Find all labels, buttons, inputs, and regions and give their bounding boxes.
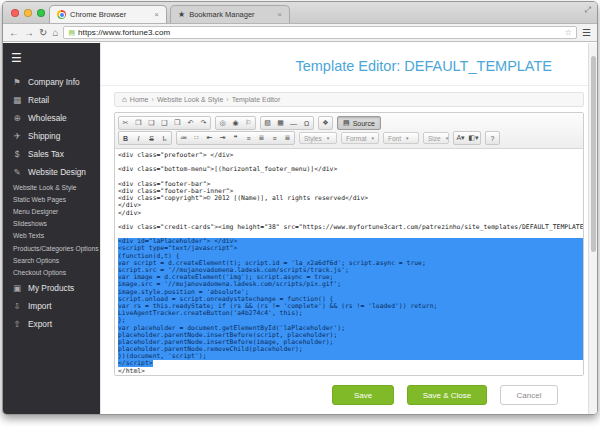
styles-dropdown[interactable]: Styles bbox=[299, 132, 337, 144]
page-scrollbar[interactable] bbox=[588, 43, 597, 414]
cut-icon[interactable]: ✂ bbox=[119, 117, 132, 129]
my-products[interactable]: ▣ My Products bbox=[3, 279, 100, 297]
export[interactable]: ⇧ Export bbox=[3, 315, 100, 333]
sidebar-sub-item[interactable]: Search Options bbox=[3, 254, 100, 266]
bold-icon[interactable]: B bbox=[119, 132, 132, 144]
minimize-window-button[interactable] bbox=[24, 9, 32, 17]
remove-format-icon[interactable]: Iₓ bbox=[158, 132, 171, 144]
breadcrumb-home-icon[interactable]: ⌂ bbox=[122, 95, 127, 104]
browser-menu-icon[interactable]: ☰ bbox=[582, 27, 591, 38]
dropdown-label: Format bbox=[346, 135, 367, 142]
products-icon: ▣ bbox=[12, 283, 22, 293]
image-icon[interactable]: ▧ bbox=[261, 117, 274, 129]
table-icon[interactable]: ▦ bbox=[274, 117, 287, 129]
spellcheck-flag-icon[interactable]: ⚐ bbox=[242, 117, 255, 129]
content-panel: Template Editor: DEFAULT_TEMPLATE ⌂ Home… bbox=[100, 43, 597, 414]
address-bar[interactable]: ▤ https://www.fortune3.com ☆ bbox=[63, 26, 577, 39]
reload-icon[interactable]: ↻ bbox=[39, 28, 47, 38]
sidebar-sub-item[interactable]: Slideshows bbox=[3, 218, 100, 230]
wholesale[interactable]: ⊕ Wholesale bbox=[3, 109, 100, 127]
source-button[interactable]: ▤ Source bbox=[337, 116, 381, 130]
replace-icon[interactable]: ◉ bbox=[229, 117, 242, 129]
numbered-list-icon[interactable]: ≔ bbox=[177, 132, 190, 144]
company-info[interactable]: ⚑ Company Info bbox=[3, 73, 100, 91]
chrome-icon bbox=[57, 10, 66, 19]
save-close-button[interactable]: Save & Close bbox=[407, 385, 487, 405]
format-dropdown[interactable]: Format bbox=[341, 132, 379, 144]
italic-icon[interactable]: I bbox=[132, 132, 145, 144]
size-dropdown[interactable]: Size bbox=[423, 132, 449, 144]
code-line-selected: </script> bbox=[118, 360, 583, 367]
strikethrough-icon[interactable]: S bbox=[145, 132, 158, 144]
editor-toolbar: ✂❐❏❑❒↶↷ ◎◉⚐ ▧▦—Ω ❖ ▤ Source bbox=[115, 113, 583, 149]
back-icon[interactable]: ← bbox=[9, 28, 19, 38]
selected-code-block: <div id="laPlaceholder"> </div><script t… bbox=[118, 238, 583, 360]
breadcrumb-item[interactable]: Template Editor bbox=[232, 96, 281, 103]
shipping[interactable]: ✈ Shipping bbox=[3, 127, 100, 145]
code-line-selected: }; bbox=[118, 317, 583, 324]
undo-icon[interactable]: ↶ bbox=[184, 117, 197, 129]
sidebar-toggle[interactable]: ☰ bbox=[3, 43, 100, 73]
paste-icon[interactable]: ❏ bbox=[145, 117, 158, 129]
code-line: </div> bbox=[118, 202, 583, 209]
sidebar-item-label: Sales Tax bbox=[28, 149, 64, 159]
scrollbar-thumb[interactable] bbox=[591, 56, 596, 252]
align-left-icon[interactable]: ≡ bbox=[242, 132, 255, 144]
source-code-editor[interactable]: <div class="prefooter"> </div><div class… bbox=[115, 149, 583, 375]
tab-bookmark-manager[interactable]: ★ Bookmark Manager × bbox=[170, 5, 290, 23]
sidebar-sub-item[interactable]: Web Texts bbox=[3, 230, 100, 242]
special-char-icon[interactable]: Ω bbox=[300, 117, 313, 129]
expand-icon[interactable]: ⤢ bbox=[585, 5, 591, 15]
code-line: <div class="footer-bar"> bbox=[118, 181, 583, 188]
paste-text-icon[interactable]: ❑ bbox=[158, 117, 171, 129]
forward-icon[interactable]: → bbox=[24, 28, 34, 38]
sidebar-sub-item[interactable]: Checkout Options bbox=[3, 266, 100, 278]
breadcrumb-item[interactable]: Home bbox=[130, 96, 154, 103]
tab-close-icon[interactable]: × bbox=[154, 10, 159, 19]
tab-close-icon[interactable]: × bbox=[277, 10, 282, 19]
tab-chrome-browser[interactable]: Chrome Browser × bbox=[49, 5, 167, 23]
paste-word-icon[interactable]: ❒ bbox=[171, 117, 184, 129]
indent-icon[interactable]: ⇥ bbox=[216, 132, 229, 144]
code-line-selected: script.onload = script.onreadystatechang… bbox=[118, 296, 583, 303]
copy-icon[interactable]: ❐ bbox=[132, 117, 145, 129]
cancel-button[interactable]: Cancel bbox=[500, 385, 558, 405]
code-line-selected: <div id="laPlaceholder"> </div> bbox=[118, 238, 583, 245]
about-button[interactable]: ? bbox=[486, 132, 499, 144]
code-line: <div class="copyright">© 2012 [(Name)], … bbox=[118, 195, 583, 202]
sidebar-sub-item[interactable]: Products/Categories Options bbox=[3, 242, 100, 254]
redo-icon[interactable]: ↷ bbox=[197, 117, 210, 129]
sidebar-sub-item[interactable]: Static Web Pages bbox=[3, 193, 100, 205]
hamburger-icon: ☰ bbox=[11, 51, 22, 65]
code-line-selected: var image = d.createElement('img'); scri… bbox=[118, 274, 583, 281]
sidebar-sub-item[interactable]: Menu Designer bbox=[3, 205, 100, 217]
code-line bbox=[118, 159, 583, 166]
bg-color-button[interactable]: ◧▾ bbox=[467, 132, 480, 144]
horizontal-rule-icon[interactable]: — bbox=[287, 117, 300, 129]
zoom-window-button[interactable] bbox=[37, 9, 45, 17]
font-dropdown[interactable]: Font bbox=[383, 132, 419, 144]
website-design[interactable]: ✎ Website Design bbox=[3, 163, 100, 181]
outdent-icon[interactable]: ⇤ bbox=[203, 132, 216, 144]
align-center-icon[interactable]: ≣ bbox=[255, 132, 268, 144]
url-text[interactable]: https://www.fortune3.com bbox=[78, 28, 170, 37]
justify-icon[interactable]: ≣ bbox=[281, 132, 294, 144]
home-icon[interactable]: ⌂ bbox=[52, 28, 58, 38]
save-button[interactable]: Save bbox=[332, 385, 394, 405]
align-right-icon[interactable]: ≡ bbox=[268, 132, 281, 144]
blockquote-icon[interactable]: ❝ bbox=[229, 132, 242, 144]
close-window-button[interactable] bbox=[11, 9, 19, 17]
find-icon[interactable]: ◎ bbox=[216, 117, 229, 129]
bulleted-list-icon[interactable]: ∷ bbox=[190, 132, 203, 144]
browser-navbar: ← → ↻ ⌂ ▤ https://www.fortune3.com ☆ ☰ bbox=[3, 24, 597, 42]
import[interactable]: ⇩ Import bbox=[3, 297, 100, 315]
text-color-button[interactable]: A▾ bbox=[454, 132, 467, 144]
breadcrumb-item[interactable]: Website Look & Style bbox=[157, 96, 229, 103]
maximize-icon[interactable]: ❖ bbox=[319, 117, 332, 129]
bookmark-star-icon[interactable]: ☆ bbox=[565, 28, 572, 37]
retail[interactable]: ▦ Retail bbox=[3, 91, 100, 109]
code-line-selected: LiveAgentTracker.createButton('a4b274c4'… bbox=[118, 310, 583, 317]
sidebar-item-label: Company Info bbox=[28, 77, 80, 87]
sidebar-sub-item[interactable]: Website Look & Style bbox=[3, 181, 100, 193]
sales-tax[interactable]: $ Sales Tax bbox=[3, 145, 100, 163]
